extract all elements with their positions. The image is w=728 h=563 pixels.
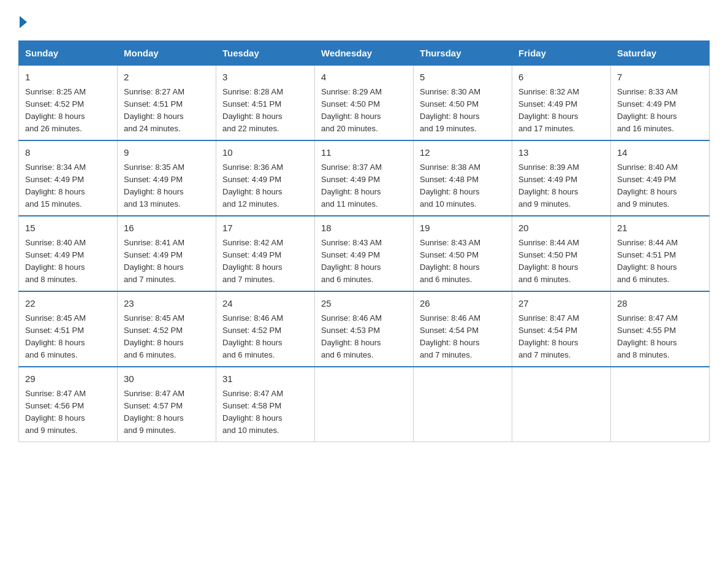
day-number: 8 [25, 146, 111, 160]
calendar-cell: 27Sunrise: 8:47 AMSunset: 4:54 PMDayligh… [512, 291, 611, 367]
day-number: 28 [617, 297, 703, 311]
day-number: 16 [124, 221, 210, 236]
weekday-header-cell: Monday [118, 41, 216, 65]
calendar-cell: 20Sunrise: 8:44 AMSunset: 4:50 PMDayligh… [512, 216, 611, 291]
calendar-cell: 24Sunrise: 8:46 AMSunset: 4:52 PMDayligh… [216, 291, 315, 367]
day-info: Sunrise: 8:46 AMSunset: 4:52 PMDaylight:… [222, 312, 308, 362]
day-info: Sunrise: 8:29 AMSunset: 4:50 PMDaylight:… [321, 86, 407, 136]
day-number: 19 [420, 221, 506, 236]
day-number: 31 [222, 372, 308, 386]
calendar-cell: 6Sunrise: 8:32 AMSunset: 4:49 PMDaylight… [512, 65, 611, 140]
day-info: Sunrise: 8:38 AMSunset: 4:48 PMDaylight:… [420, 161, 506, 211]
day-number: 7 [617, 71, 703, 85]
day-number: 6 [518, 71, 604, 85]
logo [18, 18, 27, 28]
day-info: Sunrise: 8:32 AMSunset: 4:49 PMDaylight:… [518, 86, 604, 136]
calendar-week-row: 29Sunrise: 8:47 AMSunset: 4:56 PMDayligh… [19, 367, 710, 442]
calendar-cell: 23Sunrise: 8:45 AMSunset: 4:52 PMDayligh… [118, 291, 216, 367]
day-info: Sunrise: 8:35 AMSunset: 4:49 PMDaylight:… [124, 161, 210, 211]
calendar-cell: 14Sunrise: 8:40 AMSunset: 4:49 PMDayligh… [611, 140, 710, 216]
calendar-cell [315, 367, 414, 442]
calendar-cell: 16Sunrise: 8:41 AMSunset: 4:49 PMDayligh… [118, 216, 216, 291]
day-number: 18 [321, 221, 407, 236]
calendar-cell: 15Sunrise: 8:40 AMSunset: 4:49 PMDayligh… [19, 216, 118, 291]
calendar-cell: 18Sunrise: 8:43 AMSunset: 4:49 PMDayligh… [315, 216, 414, 291]
day-info: Sunrise: 8:47 AMSunset: 4:57 PMDaylight:… [124, 388, 210, 437]
day-info: Sunrise: 8:46 AMSunset: 4:53 PMDaylight:… [321, 312, 407, 362]
calendar-week-row: 8Sunrise: 8:34 AMSunset: 4:49 PMDaylight… [19, 140, 710, 216]
day-info: Sunrise: 8:30 AMSunset: 4:50 PMDaylight:… [420, 86, 506, 136]
day-info: Sunrise: 8:36 AMSunset: 4:49 PMDaylight:… [222, 161, 308, 211]
weekday-header-cell: Saturday [611, 41, 710, 65]
calendar-cell: 3Sunrise: 8:28 AMSunset: 4:51 PMDaylight… [216, 65, 315, 140]
day-number: 3 [222, 71, 308, 85]
calendar-cell: 25Sunrise: 8:46 AMSunset: 4:53 PMDayligh… [315, 291, 414, 367]
calendar-cell: 7Sunrise: 8:33 AMSunset: 4:49 PMDaylight… [611, 65, 710, 140]
calendar-cell: 17Sunrise: 8:42 AMSunset: 4:49 PMDayligh… [216, 216, 315, 291]
day-number: 11 [321, 146, 407, 160]
day-info: Sunrise: 8:43 AMSunset: 4:50 PMDaylight:… [420, 237, 506, 286]
day-info: Sunrise: 8:34 AMSunset: 4:49 PMDaylight:… [25, 161, 111, 211]
day-number: 14 [617, 146, 703, 160]
day-number: 13 [518, 146, 604, 160]
weekday-header-cell: Wednesday [315, 41, 414, 65]
day-number: 24 [222, 297, 308, 311]
calendar-cell: 10Sunrise: 8:36 AMSunset: 4:49 PMDayligh… [216, 140, 315, 216]
calendar-cell: 8Sunrise: 8:34 AMSunset: 4:49 PMDaylight… [19, 140, 118, 216]
calendar-cell [611, 367, 710, 442]
calendar-cell: 26Sunrise: 8:46 AMSunset: 4:54 PMDayligh… [414, 291, 512, 367]
day-number: 27 [518, 297, 604, 311]
calendar-cell: 31Sunrise: 8:47 AMSunset: 4:58 PMDayligh… [216, 367, 315, 442]
calendar-cell: 9Sunrise: 8:35 AMSunset: 4:49 PMDaylight… [118, 140, 216, 216]
day-info: Sunrise: 8:28 AMSunset: 4:51 PMDaylight:… [222, 86, 308, 136]
day-info: Sunrise: 8:47 AMSunset: 4:55 PMDaylight:… [617, 312, 703, 362]
calendar-cell: 4Sunrise: 8:29 AMSunset: 4:50 PMDaylight… [315, 65, 414, 140]
day-info: Sunrise: 8:44 AMSunset: 4:51 PMDaylight:… [617, 237, 703, 286]
day-info: Sunrise: 8:47 AMSunset: 4:56 PMDaylight:… [25, 388, 111, 437]
calendar-cell: 12Sunrise: 8:38 AMSunset: 4:48 PMDayligh… [414, 140, 512, 216]
day-info: Sunrise: 8:46 AMSunset: 4:54 PMDaylight:… [420, 312, 506, 362]
calendar-cell [414, 367, 512, 442]
day-number: 26 [420, 297, 506, 311]
day-info: Sunrise: 8:47 AMSunset: 4:58 PMDaylight:… [222, 388, 308, 437]
day-number: 20 [518, 221, 604, 236]
day-info: Sunrise: 8:42 AMSunset: 4:49 PMDaylight:… [222, 237, 308, 286]
calendar-cell: 30Sunrise: 8:47 AMSunset: 4:57 PMDayligh… [118, 367, 216, 442]
calendar-cell: 22Sunrise: 8:45 AMSunset: 4:51 PMDayligh… [19, 291, 118, 367]
calendar-cell: 28Sunrise: 8:47 AMSunset: 4:55 PMDayligh… [611, 291, 710, 367]
day-number: 22 [25, 297, 111, 311]
day-number: 15 [25, 221, 111, 236]
calendar-week-row: 22Sunrise: 8:45 AMSunset: 4:51 PMDayligh… [19, 291, 710, 367]
calendar-cell: 29Sunrise: 8:47 AMSunset: 4:56 PMDayligh… [19, 367, 118, 442]
calendar-cell: 11Sunrise: 8:37 AMSunset: 4:49 PMDayligh… [315, 140, 414, 216]
day-info: Sunrise: 8:40 AMSunset: 4:49 PMDaylight:… [617, 161, 703, 211]
day-number: 25 [321, 297, 407, 311]
day-number: 29 [25, 372, 111, 386]
day-number: 4 [321, 71, 407, 85]
day-info: Sunrise: 8:40 AMSunset: 4:49 PMDaylight:… [25, 237, 111, 286]
day-info: Sunrise: 8:45 AMSunset: 4:51 PMDaylight:… [25, 312, 111, 362]
weekday-header-cell: Tuesday [216, 41, 315, 65]
day-info: Sunrise: 8:33 AMSunset: 4:49 PMDaylight:… [617, 86, 703, 136]
calendar-cell: 19Sunrise: 8:43 AMSunset: 4:50 PMDayligh… [414, 216, 512, 291]
calendar-cell: 13Sunrise: 8:39 AMSunset: 4:49 PMDayligh… [512, 140, 611, 216]
calendar-cell: 2Sunrise: 8:27 AMSunset: 4:51 PMDaylight… [118, 65, 216, 140]
day-number: 1 [25, 71, 111, 85]
day-info: Sunrise: 8:25 AMSunset: 4:52 PMDaylight:… [25, 86, 111, 136]
calendar-body: 1Sunrise: 8:25 AMSunset: 4:52 PMDaylight… [19, 65, 710, 442]
calendar-week-row: 15Sunrise: 8:40 AMSunset: 4:49 PMDayligh… [19, 216, 710, 291]
day-info: Sunrise: 8:44 AMSunset: 4:50 PMDaylight:… [518, 237, 604, 286]
page-header [18, 18, 710, 28]
weekday-header-cell: Sunday [19, 41, 118, 65]
calendar-week-row: 1Sunrise: 8:25 AMSunset: 4:52 PMDaylight… [19, 65, 710, 140]
calendar-cell [512, 367, 611, 442]
day-info: Sunrise: 8:47 AMSunset: 4:54 PMDaylight:… [518, 312, 604, 362]
logo-arrow-icon [20, 16, 27, 28]
day-info: Sunrise: 8:39 AMSunset: 4:49 PMDaylight:… [518, 161, 604, 211]
day-number: 23 [124, 297, 210, 311]
calendar-cell: 1Sunrise: 8:25 AMSunset: 4:52 PMDaylight… [19, 65, 118, 140]
day-info: Sunrise: 8:37 AMSunset: 4:49 PMDaylight:… [321, 161, 407, 211]
day-info: Sunrise: 8:45 AMSunset: 4:52 PMDaylight:… [124, 312, 210, 362]
day-number: 10 [222, 146, 308, 160]
day-number: 17 [222, 221, 308, 236]
